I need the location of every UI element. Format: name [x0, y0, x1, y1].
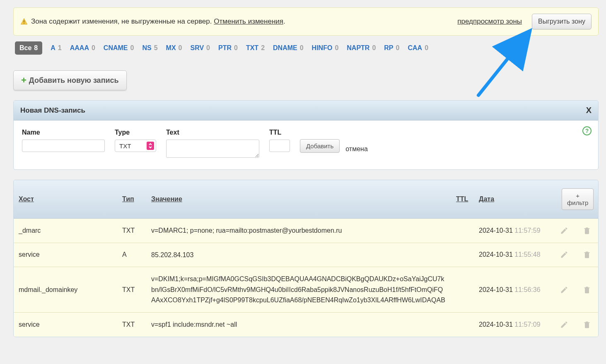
- cell-ttl: [451, 318, 474, 331]
- col-host[interactable]: Хост: [14, 190, 117, 209]
- name-label: Name: [22, 129, 105, 136]
- table-row: mdmail._domainkeyTXTv=DKIM1;k=rsa;p=MIGf…: [14, 267, 598, 313]
- cell-type: A: [117, 244, 146, 265]
- cell-host: _dmarc: [14, 220, 117, 241]
- cell-host: mdmail._domainkey: [14, 280, 117, 300]
- tab-ptr[interactable]: PTR0: [218, 44, 238, 52]
- cell-date: 2024-10-31 11:55:48: [474, 244, 553, 265]
- notice-bar: Зона содержит изменения, не выгруженные …: [13, 7, 599, 36]
- new-record-title: Новая DNS-запись: [20, 106, 85, 115]
- add-new-record-button[interactable]: + Добавить новую запись: [13, 70, 127, 90]
- col-value[interactable]: Значение: [146, 190, 451, 209]
- tab-ns[interactable]: NS5: [142, 44, 157, 52]
- col-ttl[interactable]: TTL: [451, 190, 474, 209]
- tab-mx[interactable]: MX0: [166, 44, 182, 52]
- trash-icon[interactable]: [575, 279, 598, 301]
- edit-icon[interactable]: [553, 220, 575, 241]
- cell-ttl: [451, 224, 474, 237]
- table-row: _dmarcTXTv=DMARC1; p=none; rua=mailto:po…: [14, 219, 598, 243]
- cell-type: TXT: [117, 280, 146, 300]
- tab-dname[interactable]: DNAME0: [273, 44, 304, 52]
- cell-type: TXT: [117, 220, 146, 241]
- tab-caa[interactable]: CAA0: [408, 44, 428, 52]
- svg-rect-0: [24, 20, 24, 22]
- new-record-panel: Новая DNS-запись X Name Type TXT Text: [13, 100, 599, 170]
- cell-date: 2024-10-31 11:57:59: [474, 220, 553, 241]
- ttl-input[interactable]: [269, 140, 290, 152]
- type-label: Type: [115, 129, 156, 136]
- cell-ttl: [451, 283, 474, 297]
- tab-a[interactable]: A1: [51, 44, 61, 52]
- text-label: Text: [166, 129, 259, 136]
- table-row: serviceTXTv=spf1 include:msndr.net ~all2…: [14, 313, 598, 337]
- submit-record-button[interactable]: Добавить: [300, 139, 340, 153]
- trash-icon[interactable]: [575, 244, 598, 265]
- tab-cname[interactable]: CNAME0: [104, 44, 134, 52]
- cell-ttl: [451, 248, 474, 261]
- plus-icon: +: [21, 76, 27, 85]
- svg-rect-1: [24, 23, 24, 24]
- tab-aaaa[interactable]: AAAA0: [70, 44, 95, 52]
- preview-zone-link[interactable]: предпросмотр зоны: [457, 17, 522, 26]
- name-input[interactable]: [22, 140, 105, 152]
- trash-icon[interactable]: [575, 314, 598, 335]
- cell-value: 85.202.84.103: [146, 243, 451, 267]
- edit-icon[interactable]: [553, 314, 575, 335]
- cell-type: TXT: [117, 314, 146, 335]
- tab-hinfo[interactable]: HINFO0: [312, 44, 339, 52]
- col-type[interactable]: Тип: [117, 190, 146, 209]
- table-row: serviceA85.202.84.1032024-10-31 11:55:48: [14, 243, 598, 268]
- edit-icon[interactable]: [553, 279, 575, 301]
- cell-value: v=spf1 include:msndr.net ~all: [146, 313, 451, 337]
- ttl-label: TTL: [269, 129, 290, 136]
- undo-changes-link[interactable]: Отменить изменения: [214, 17, 283, 25]
- col-date[interactable]: Дата: [474, 190, 553, 209]
- add-filter-button[interactable]: + фильтр: [562, 188, 594, 210]
- cell-host: service: [14, 314, 117, 335]
- trash-icon[interactable]: [575, 220, 598, 241]
- cell-host: service: [14, 244, 117, 265]
- cancel-link[interactable]: отмена: [345, 145, 368, 153]
- chevron-updown-icon: [147, 142, 154, 150]
- tab-txt[interactable]: TXT2: [246, 44, 265, 52]
- tab-srv[interactable]: SRV0: [190, 44, 210, 52]
- help-icon[interactable]: ?: [582, 126, 592, 135]
- tab-naptr[interactable]: NAPTR0: [347, 44, 376, 52]
- cell-date: 2024-10-31 11:57:09: [474, 314, 553, 335]
- text-input[interactable]: [166, 140, 259, 158]
- type-select[interactable]: TXT: [115, 140, 156, 152]
- record-type-tabs: Все 8 A1 AAAA0 CNAME0 NS5 MX0 SRV0 PTR0 …: [13, 41, 599, 62]
- cell-value: v=DMARC1; p=none; rua=mailto:postmaster@…: [146, 219, 451, 243]
- tab-all[interactable]: Все 8: [15, 41, 42, 55]
- tab-rp[interactable]: RP0: [384, 44, 399, 52]
- warning-icon: [20, 18, 28, 25]
- notice-text: Зона содержит изменения, не выгруженные …: [31, 17, 285, 26]
- edit-icon[interactable]: [553, 244, 575, 265]
- cell-value: v=DKIM1;k=rsa;p=MIGfMA0GCSqGSIb3DQEBAQUA…: [146, 267, 451, 312]
- upload-zone-button[interactable]: Выгрузить зону: [532, 14, 592, 29]
- close-icon[interactable]: X: [586, 106, 592, 115]
- cell-date: 2024-10-31 11:56:36: [474, 280, 553, 300]
- records-table: Хост Тип Значение TTL Дата + фильтр _dma…: [13, 180, 599, 337]
